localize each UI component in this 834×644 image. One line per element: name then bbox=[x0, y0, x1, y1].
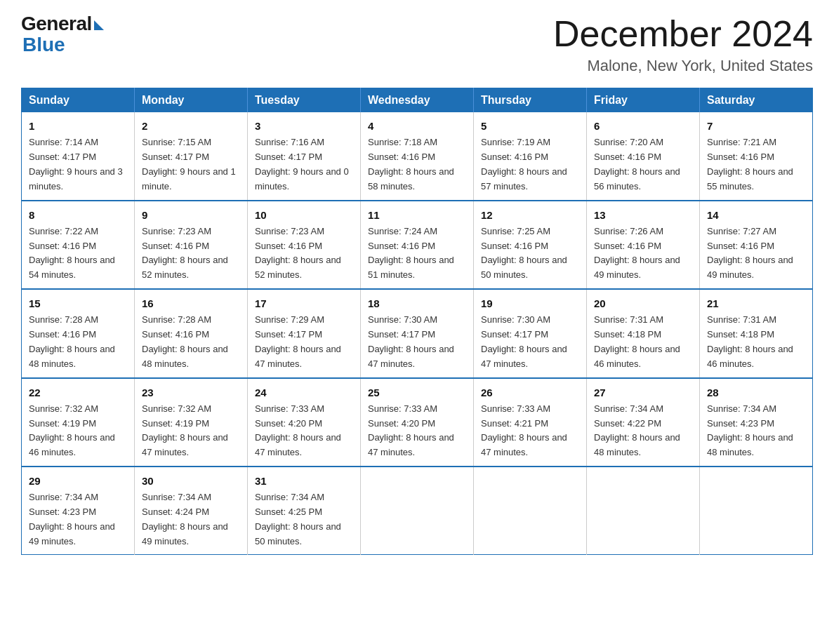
day-info: Sunrise: 7:15 AMSunset: 4:17 PMDaylight:… bbox=[142, 137, 236, 191]
calendar-day-cell bbox=[474, 467, 587, 555]
day-info: Sunrise: 7:18 AMSunset: 4:16 PMDaylight:… bbox=[368, 137, 454, 191]
day-info: Sunrise: 7:25 AMSunset: 4:16 PMDaylight:… bbox=[481, 226, 567, 280]
calendar-header-row: SundayMondayTuesdayWednesdayThursdayFrid… bbox=[22, 88, 813, 113]
day-info: Sunrise: 7:28 AMSunset: 4:16 PMDaylight:… bbox=[29, 314, 115, 368]
day-number: 24 bbox=[255, 384, 353, 401]
day-info: Sunrise: 7:19 AMSunset: 4:16 PMDaylight:… bbox=[481, 137, 567, 191]
calendar-table: SundayMondayTuesdayWednesdayThursdayFrid… bbox=[21, 88, 813, 555]
day-info: Sunrise: 7:23 AMSunset: 4:16 PMDaylight:… bbox=[255, 226, 341, 280]
calendar-day-cell: 19Sunrise: 7:30 AMSunset: 4:17 PMDayligh… bbox=[474, 289, 587, 377]
day-number: 14 bbox=[707, 207, 805, 223]
title-block: December 2024 Malone, New York, United S… bbox=[553, 14, 813, 75]
day-info: Sunrise: 7:32 AMSunset: 4:19 PMDaylight:… bbox=[29, 403, 115, 457]
calendar-day-cell: 27Sunrise: 7:34 AMSunset: 4:22 PMDayligh… bbox=[587, 378, 700, 467]
day-number: 7 bbox=[707, 118, 805, 134]
day-number: 15 bbox=[29, 295, 127, 311]
day-info: Sunrise: 7:24 AMSunset: 4:16 PMDaylight:… bbox=[368, 226, 454, 280]
calendar-day-cell: 8Sunrise: 7:22 AMSunset: 4:16 PMDaylight… bbox=[22, 201, 135, 289]
calendar-week-row: 29Sunrise: 7:34 AMSunset: 4:23 PMDayligh… bbox=[22, 467, 813, 555]
day-info: Sunrise: 7:31 AMSunset: 4:18 PMDaylight:… bbox=[594, 314, 680, 368]
day-number: 13 bbox=[594, 207, 692, 223]
calendar-day-cell: 21Sunrise: 7:31 AMSunset: 4:18 PMDayligh… bbox=[700, 289, 813, 377]
day-info: Sunrise: 7:34 AMSunset: 4:23 PMDaylight:… bbox=[707, 403, 793, 457]
calendar-day-cell: 16Sunrise: 7:28 AMSunset: 4:16 PMDayligh… bbox=[135, 289, 248, 377]
calendar-day-cell: 1Sunrise: 7:14 AMSunset: 4:17 PMDaylight… bbox=[22, 112, 135, 200]
day-info: Sunrise: 7:23 AMSunset: 4:16 PMDaylight:… bbox=[142, 226, 228, 280]
calendar-day-cell: 23Sunrise: 7:32 AMSunset: 4:19 PMDayligh… bbox=[135, 378, 248, 467]
logo: General Blue bbox=[21, 14, 104, 55]
day-number: 17 bbox=[255, 295, 353, 311]
day-number: 3 bbox=[255, 118, 353, 134]
day-number: 8 bbox=[29, 207, 127, 223]
day-of-week-header: Tuesday bbox=[248, 88, 361, 113]
day-number: 1 bbox=[29, 118, 127, 134]
day-info: Sunrise: 7:20 AMSunset: 4:16 PMDaylight:… bbox=[594, 137, 680, 191]
day-of-week-header: Thursday bbox=[474, 88, 587, 113]
day-number: 4 bbox=[368, 118, 466, 134]
calendar-day-cell: 22Sunrise: 7:32 AMSunset: 4:19 PMDayligh… bbox=[22, 378, 135, 467]
calendar-day-cell: 14Sunrise: 7:27 AMSunset: 4:16 PMDayligh… bbox=[700, 201, 813, 289]
day-info: Sunrise: 7:21 AMSunset: 4:16 PMDaylight:… bbox=[707, 137, 793, 191]
calendar-day-cell: 17Sunrise: 7:29 AMSunset: 4:17 PMDayligh… bbox=[248, 289, 361, 377]
day-info: Sunrise: 7:32 AMSunset: 4:19 PMDaylight:… bbox=[142, 403, 228, 457]
calendar-week-row: 1Sunrise: 7:14 AMSunset: 4:17 PMDaylight… bbox=[22, 112, 813, 200]
calendar-day-cell: 29Sunrise: 7:34 AMSunset: 4:23 PMDayligh… bbox=[22, 467, 135, 555]
day-number: 28 bbox=[707, 384, 805, 401]
day-number: 27 bbox=[594, 384, 692, 401]
day-info: Sunrise: 7:29 AMSunset: 4:17 PMDaylight:… bbox=[255, 314, 341, 368]
day-info: Sunrise: 7:34 AMSunset: 4:24 PMDaylight:… bbox=[142, 492, 228, 546]
calendar-day-cell: 15Sunrise: 7:28 AMSunset: 4:16 PMDayligh… bbox=[22, 289, 135, 377]
day-number: 22 bbox=[29, 384, 127, 401]
calendar-day-cell: 25Sunrise: 7:33 AMSunset: 4:20 PMDayligh… bbox=[361, 378, 474, 467]
day-info: Sunrise: 7:30 AMSunset: 4:17 PMDaylight:… bbox=[368, 314, 454, 368]
day-info: Sunrise: 7:34 AMSunset: 4:25 PMDaylight:… bbox=[255, 492, 341, 546]
day-info: Sunrise: 7:31 AMSunset: 4:18 PMDaylight:… bbox=[707, 314, 793, 368]
day-of-week-header: Saturday bbox=[700, 88, 813, 113]
calendar-day-cell: 30Sunrise: 7:34 AMSunset: 4:24 PMDayligh… bbox=[135, 467, 248, 555]
calendar-day-cell: 13Sunrise: 7:26 AMSunset: 4:16 PMDayligh… bbox=[587, 201, 700, 289]
calendar-day-cell: 26Sunrise: 7:33 AMSunset: 4:21 PMDayligh… bbox=[474, 378, 587, 467]
day-number: 23 bbox=[142, 384, 240, 401]
calendar-week-row: 22Sunrise: 7:32 AMSunset: 4:19 PMDayligh… bbox=[22, 378, 813, 467]
day-number: 30 bbox=[142, 473, 240, 489]
day-of-week-header: Sunday bbox=[22, 88, 135, 113]
calendar-day-cell: 5Sunrise: 7:19 AMSunset: 4:16 PMDaylight… bbox=[474, 112, 587, 200]
day-info: Sunrise: 7:34 AMSunset: 4:23 PMDaylight:… bbox=[29, 492, 115, 546]
calendar-day-cell: 24Sunrise: 7:33 AMSunset: 4:20 PMDayligh… bbox=[248, 378, 361, 467]
day-number: 2 bbox=[142, 118, 240, 134]
day-number: 10 bbox=[255, 207, 353, 223]
calendar-day-cell: 2Sunrise: 7:15 AMSunset: 4:17 PMDaylight… bbox=[135, 112, 248, 200]
calendar-week-row: 8Sunrise: 7:22 AMSunset: 4:16 PMDaylight… bbox=[22, 201, 813, 289]
day-number: 6 bbox=[594, 118, 692, 134]
day-number: 9 bbox=[142, 207, 240, 223]
calendar-day-cell: 28Sunrise: 7:34 AMSunset: 4:23 PMDayligh… bbox=[700, 378, 813, 467]
logo-general-text: General bbox=[21, 14, 92, 34]
calendar-day-cell: 20Sunrise: 7:31 AMSunset: 4:18 PMDayligh… bbox=[587, 289, 700, 377]
day-info: Sunrise: 7:26 AMSunset: 4:16 PMDaylight:… bbox=[594, 226, 680, 280]
calendar-day-cell: 18Sunrise: 7:30 AMSunset: 4:17 PMDayligh… bbox=[361, 289, 474, 377]
day-info: Sunrise: 7:16 AMSunset: 4:17 PMDaylight:… bbox=[255, 137, 349, 191]
calendar-day-cell: 11Sunrise: 7:24 AMSunset: 4:16 PMDayligh… bbox=[361, 201, 474, 289]
calendar-day-cell bbox=[361, 467, 474, 555]
logo-arrow-icon bbox=[94, 20, 104, 30]
day-info: Sunrise: 7:34 AMSunset: 4:22 PMDaylight:… bbox=[594, 403, 680, 457]
calendar-day-cell: 3Sunrise: 7:16 AMSunset: 4:17 PMDaylight… bbox=[248, 112, 361, 200]
day-of-week-header: Friday bbox=[587, 88, 700, 113]
day-info: Sunrise: 7:33 AMSunset: 4:20 PMDaylight:… bbox=[255, 403, 341, 457]
day-number: 21 bbox=[707, 295, 805, 311]
day-of-week-header: Monday bbox=[135, 88, 248, 113]
day-info: Sunrise: 7:33 AMSunset: 4:21 PMDaylight:… bbox=[481, 403, 567, 457]
day-info: Sunrise: 7:14 AMSunset: 4:17 PMDaylight:… bbox=[29, 137, 123, 191]
logo-blue-text: Blue bbox=[22, 35, 104, 55]
day-number: 19 bbox=[481, 295, 579, 311]
location-subtitle: Malone, New York, United States bbox=[553, 57, 813, 75]
day-info: Sunrise: 7:28 AMSunset: 4:16 PMDaylight:… bbox=[142, 314, 228, 368]
calendar-day-cell bbox=[587, 467, 700, 555]
day-number: 25 bbox=[368, 384, 466, 401]
day-number: 11 bbox=[368, 207, 466, 223]
calendar-day-cell: 10Sunrise: 7:23 AMSunset: 4:16 PMDayligh… bbox=[248, 201, 361, 289]
calendar-day-cell: 6Sunrise: 7:20 AMSunset: 4:16 PMDaylight… bbox=[587, 112, 700, 200]
day-of-week-header: Wednesday bbox=[361, 88, 474, 113]
day-info: Sunrise: 7:30 AMSunset: 4:17 PMDaylight:… bbox=[481, 314, 567, 368]
calendar-day-cell: 9Sunrise: 7:23 AMSunset: 4:16 PMDaylight… bbox=[135, 201, 248, 289]
